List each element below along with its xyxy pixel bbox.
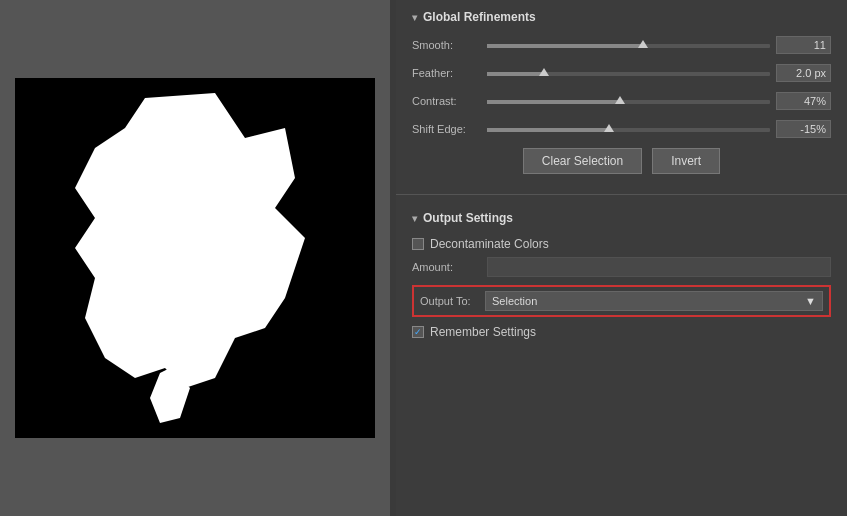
shift-edge-slider-container <box>487 126 770 132</box>
feather-row: Feather: 2.0 px <box>412 64 831 82</box>
feather-slider-fill <box>487 72 544 76</box>
smooth-value[interactable]: 11 <box>776 36 831 54</box>
remember-settings-label: Remember Settings <box>430 325 536 339</box>
feather-slider-thumb[interactable] <box>539 68 549 76</box>
shift-edge-label: Shift Edge: <box>412 123 487 135</box>
output-settings-header: ▾ Output Settings <box>412 211 831 225</box>
contrast-slider-track[interactable] <box>487 100 770 104</box>
feather-slider-container <box>487 70 770 76</box>
output-settings-title: Output Settings <box>423 211 513 225</box>
smooth-slider-thumb[interactable] <box>638 40 648 48</box>
decontaminate-label: Decontaminate Colors <box>430 237 549 251</box>
feather-value[interactable]: 2.0 px <box>776 64 831 82</box>
shift-edge-slider-fill <box>487 128 609 132</box>
canvas-image <box>15 78 375 438</box>
amount-input[interactable] <box>487 257 831 277</box>
contrast-slider-thumb[interactable] <box>615 96 625 104</box>
smooth-row: Smooth: 11 <box>412 36 831 54</box>
decontaminate-row: Decontaminate Colors <box>412 237 831 251</box>
global-refinements-title: Global Refinements <box>423 10 536 24</box>
contrast-slider-fill <box>487 100 620 104</box>
canvas-area <box>0 0 390 516</box>
smooth-label: Smooth: <box>412 39 487 51</box>
smooth-slider-track[interactable] <box>487 44 770 48</box>
shift-edge-slider-thumb[interactable] <box>604 124 614 132</box>
contrast-label: Contrast: <box>412 95 487 107</box>
contrast-slider-container <box>487 98 770 104</box>
output-to-value: Selection <box>492 295 537 307</box>
right-panel: ▾ Global Refinements Smooth: 11 Feather: <box>396 0 847 516</box>
shift-edge-row: Shift Edge: -15% <box>412 120 831 138</box>
global-refinements-header: ▾ Global Refinements <box>412 10 831 24</box>
selection-shape <box>15 78 375 438</box>
output-to-label: Output To: <box>420 295 485 307</box>
smooth-slider-fill <box>487 44 643 48</box>
remember-settings-checkbox[interactable] <box>412 326 424 338</box>
shift-edge-slider-track[interactable] <box>487 128 770 132</box>
contrast-value[interactable]: 47% <box>776 92 831 110</box>
output-to-row: Output To: Selection ▼ <box>412 285 831 317</box>
section-separator <box>396 194 847 195</box>
feather-label: Feather: <box>412 67 487 79</box>
contrast-row: Contrast: 47% <box>412 92 831 110</box>
output-settings-chevron: ▾ <box>412 213 417 224</box>
amount-row: Amount: <box>412 257 831 277</box>
output-to-chevron: ▼ <box>805 295 816 307</box>
refinement-buttons-row: Clear Selection Invert <box>412 148 831 174</box>
output-to-select[interactable]: Selection ▼ <box>485 291 823 311</box>
invert-button[interactable]: Invert <box>652 148 720 174</box>
smooth-slider-container <box>487 42 770 48</box>
decontaminate-checkbox[interactable] <box>412 238 424 250</box>
global-refinements-chevron: ▾ <box>412 12 417 23</box>
output-settings-section: ▾ Output Settings Decontaminate Colors A… <box>396 201 847 349</box>
global-refinements-section: ▾ Global Refinements Smooth: 11 Feather: <box>396 0 847 188</box>
feather-slider-track[interactable] <box>487 72 770 76</box>
remember-settings-row: Remember Settings <box>412 325 831 339</box>
shift-edge-value[interactable]: -15% <box>776 120 831 138</box>
clear-selection-button[interactable]: Clear Selection <box>523 148 642 174</box>
amount-label: Amount: <box>412 261 487 273</box>
